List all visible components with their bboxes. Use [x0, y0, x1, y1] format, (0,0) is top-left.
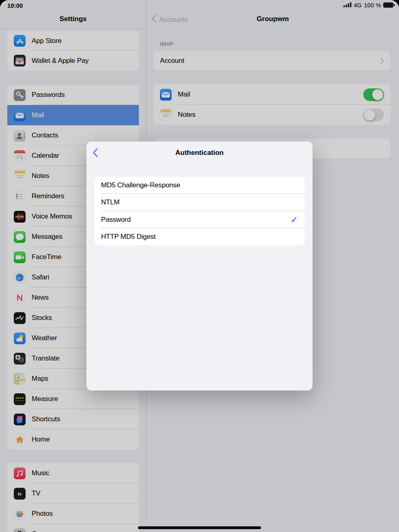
auth-option-label: Password — [101, 216, 131, 224]
modal-title: Authentication — [86, 149, 313, 157]
auth-option-label: MD5 Challenge-Response — [101, 181, 180, 189]
auth-option-password[interactable]: Password ✓ — [95, 211, 305, 228]
authentication-modal: Authentication MD5 Challenge-Response ✓ … — [86, 142, 313, 390]
auth-option-ntlm[interactable]: NTLM ✓ — [95, 194, 305, 211]
auth-option-md5-challenge-response[interactable]: MD5 Challenge-Response ✓ — [95, 177, 305, 194]
auth-options-card: MD5 Challenge-Response ✓ NTLM ✓ Password… — [95, 177, 305, 245]
ipad-settings-screen: 10:00 4G 100 % Settings App Store Wallet… — [0, 0, 399, 532]
checkmark-icon: ✓ — [291, 215, 298, 225]
home-indicator[interactable] — [138, 526, 261, 529]
auth-option-label: HTTP MD5 Digest — [101, 233, 156, 241]
auth-option-label: NTLM — [101, 198, 119, 206]
auth-option-http-md5-digest[interactable]: HTTP MD5 Digest ✓ — [95, 228, 305, 245]
